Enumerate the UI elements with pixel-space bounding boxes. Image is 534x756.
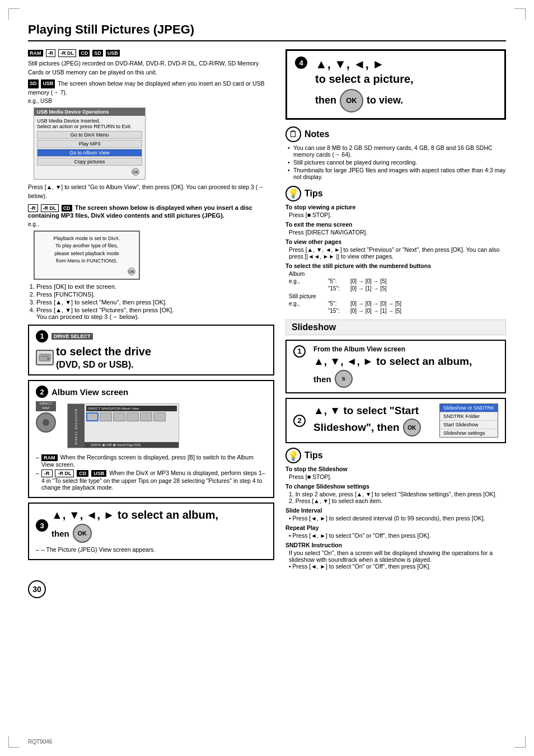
album-bottombar: ⬛ CD/DVD 🔲 USB 🔲 Internal Page 01/01 [85,442,179,448]
sidebar-text: DIRECT NAVIGATOR [74,408,78,445]
step-4-subtitle: to select a picture, [315,73,414,86]
still-label-row: Still picture [289,293,506,299]
usb-menu-item-3[interactable]: Go to Album View [37,149,142,157]
ss-step-1-main: ▲, ▼, ◄, ► to select an album, [313,355,498,368]
menu-item-slideshow-sndtrk[interactable]: Slideshow or SNDTRK [440,404,498,412]
slideshow-header: Slideshow [285,320,506,335]
ss-tips-repeat: Repeat Play • Press [◄, ►] to select "On… [285,524,506,539]
tips-title-1: Tips [305,189,323,199]
ss-sndtrk-text: If you select "On", then a screen will b… [285,550,506,570]
album-screen-sidebar: DIRECT NAVIGATOR [68,404,85,448]
step2-r-badge: -R [41,469,53,477]
usb-menu-item-4[interactable]: Copy pictures [37,158,142,166]
album-15-label: "15": [328,285,345,292]
note-item-2: Still pictures cannot be played during r… [288,159,506,166]
thumb-5 [140,412,152,421]
step-2-album-view: Album View screen [51,387,128,397]
page-title: Playing Still Pictures (JPEG) [28,22,506,41]
step-list-item-1: Press [OK] to exit the screen. [36,283,274,290]
badge-usb2: USB [41,79,55,88]
ss-step-2-main: ▲, ▼ to select "Start [313,405,435,417]
svg-rect-1 [41,356,49,357]
ss-tips-change: To change Slideshow settings 1. In step … [285,483,506,504]
ss-step-1-sub-btn[interactable]: S [335,370,353,388]
step-2-screen-area: DIRECT NAVIGATOR DIRECT NAVIGATOR Album … [62,401,266,450]
menu-item-start-slideshow[interactable]: Start Slideshow [440,421,498,429]
ss-tips-icon: 💡 [285,448,301,463]
ss-step-2-ok-btn[interactable]: OK [403,419,421,436]
thumb-1 [86,412,99,421]
usb-note: Press [▲, ▼] to select "Go to Album View… [28,183,274,201]
step-4-text-area: ▲, ▼, ◄, ► to select a picture, then OK … [315,57,414,112]
step-4-ok-btn[interactable]: OK [340,89,363,112]
ss-step-1: 1 From the Album View screen ▲, ▼, ◄, ► … [285,340,506,394]
badge-sd: SD [92,50,103,57]
ss-change-text2: 2. Press [▲, ▼] to select each item. [289,497,506,504]
step-3-block: 3 ▲, ▼, ◄, ► to select an album, then OK… [28,503,274,560]
badge-sd2: SD [28,79,39,88]
step-2-notes: RAM When the Recordings screen is displa… [36,454,266,491]
tips-view-pages: To view other pages Press [▲, ▼, ◄, ►] t… [285,238,506,260]
album-screen-main: DIRECT NAVIGATOR Album View [85,404,179,448]
album-screen-inner: DIRECT NAVIGATOR DIRECT NAVIGATOR Album … [68,404,179,448]
ss-tips-interval: Slide Interval • Press [◄, ►] to select … [285,507,506,522]
footer-label: RQT9046 [28,739,52,745]
step-3-then: then OK [51,524,218,543]
tips-box-1: 💡 Tips To stop viewing a picture Press [… [285,186,506,314]
step-4-number: 4 [295,57,307,69]
step-4-content: 4 ▲, ▼, ◄, ► to select a picture, then O… [295,57,496,112]
step2-ram-badge: RAM [41,454,58,461]
album-thumbs [86,412,177,421]
notes-header: 🗒 Notes [285,126,506,142]
playback-ok-icon[interactable]: OK [128,267,135,275]
step-2-rdl-note: -R -R DL CD USB When the DivX or MP3 Men… [36,469,266,491]
step-1-drive-area: DRIVE SELECT [51,333,93,340]
corner-mark-tr [514,8,526,20]
rdl-badges: -R -R DL CD The screen shown below is di… [28,204,274,219]
step-3-number: 3 [36,519,48,532]
ss-repeat-title: Repeat Play [285,524,506,531]
step-3-text-area: ▲, ▼, ◄, ► to select an album, then OK [51,508,218,543]
step-1-text: to select the drive (DVD, SD or USB). [56,345,151,370]
ss-step-2-menu: Slideshow or SNDTRK SNDTRK Folder Start … [439,403,498,438]
drive-icon [36,350,54,365]
step-3-ok-btn[interactable]: OK [73,524,92,543]
tips-select-title: To select the still picture with the num… [285,262,506,269]
step-list-item-2: Press [FUNCTIONS]. [36,291,274,298]
usb-menu-item-1[interactable]: Go to DivX Menu [37,131,142,139]
step-list-item-4: Press [▲, ▼] to select "Pictures", then … [36,307,274,320]
ss-tips-header: 💡 Tips [285,448,506,463]
tips-exit-text: Press [DIRECT NAVIGATOR]. [285,229,506,236]
eg-col2 [289,285,322,292]
step-3-note: – The Picture (JPEG) View screen appears… [36,546,266,553]
playback-dialog-text: Playback mode is set to DivX.To play ano… [38,235,135,265]
menu-item-slideshow-settings[interactable]: Slideshow settings [440,429,498,437]
playback-dialog: Playback mode is set to DivX.To play ano… [34,231,140,280]
step-2-nav-icon-area: DIRECTNAVI [36,401,56,433]
ok-icon-small[interactable]: OK [132,168,139,176]
album-topbar: DIRECT NAVIGATOR Album View [86,406,177,411]
usb-menu-item-2[interactable]: Play MP3 [37,140,142,148]
step-2-header: 2 Album View screen [36,386,266,398]
ss-step-2-content: ▲, ▼ to select "Start Slideshow", then O… [313,405,435,436]
notes-content: You can use 8 MB to 2 GB SD memory cards… [285,144,506,180]
steps-list: Press [OK] to exit the screen. Press [FU… [36,283,274,320]
notes-title: Notes [305,129,329,139]
page-number-area: 30 [28,569,274,598]
tips-num-content: Album e.g., "5": [0] → [0] → [5] "15": [… [285,271,506,314]
album-screen: DIRECT NAVIGATOR DIRECT NAVIGATOR Album … [67,403,179,448]
step2-cd-badge: CD [77,470,88,477]
sd-usb-note: SD USB The screen shown below may be dis… [28,79,274,97]
step-1-number: 1 [36,330,48,342]
corner-mark-tl [8,8,20,20]
badge-cd2: CD [62,205,72,212]
ss-step-1-from: From the Album View screen [313,345,498,353]
ss-step-1-row: 1 From the Album View screen ▲, ▼, ◄, ► … [293,345,498,388]
slideshow-section: Slideshow 1 From the Album View screen ▲… [285,320,506,570]
intro-text: Still pictures (JPEG) recorded on DVD-RA… [28,59,274,77]
step-4-block: 4 ▲, ▼, ◄, ► to select a picture, then O… [285,49,506,120]
tips-numbered-btns: To select the still picture with the num… [285,262,506,314]
menu-item-sndtrk-folder[interactable]: SNDTRK Folder [440,412,498,421]
step-4-then-row: then OK to view. [315,89,414,112]
tips-stop-text: Press [■ STOP]. [285,212,506,218]
